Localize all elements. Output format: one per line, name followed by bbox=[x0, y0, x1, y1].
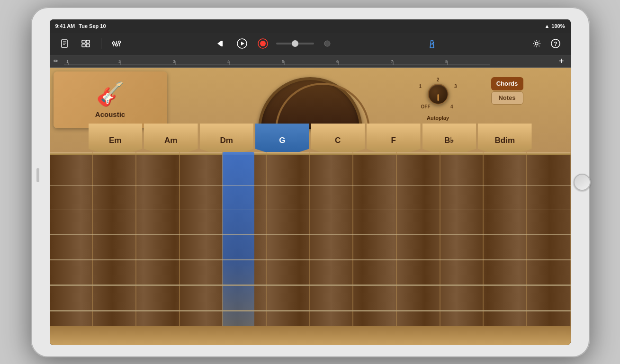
instrument-name: Acoustic bbox=[95, 110, 125, 118]
status-bar: 9:41 AM Tue Sep 10 ▲ 100% bbox=[50, 19, 571, 33]
string-3 bbox=[50, 234, 571, 235]
fretboard[interactable] bbox=[50, 152, 571, 345]
autoplay-area: OFF 1 2 3 4 Autoplay bbox=[419, 75, 457, 121]
svg-text:6: 6 bbox=[336, 59, 339, 64]
toolbar-right: ? bbox=[529, 36, 563, 51]
svg-point-19 bbox=[260, 41, 266, 46]
svg-marker-14 bbox=[217, 41, 221, 46]
chords-button[interactable]: Chords bbox=[491, 77, 523, 90]
svg-marker-17 bbox=[241, 42, 244, 45]
guitar-icon: 🎸 bbox=[96, 81, 125, 107]
svg-point-13 bbox=[118, 41, 120, 44]
volume-slider[interactable] bbox=[276, 43, 314, 44]
string-6 bbox=[50, 310, 571, 311]
volume-icon bbox=[320, 36, 335, 51]
settings-button[interactable] bbox=[529, 36, 544, 51]
svg-point-20 bbox=[324, 41, 330, 46]
add-track-button[interactable]: + bbox=[556, 56, 567, 66]
notes-button[interactable]: Notes bbox=[491, 91, 523, 105]
svg-rect-15 bbox=[221, 41, 223, 46]
separator-1 bbox=[101, 38, 101, 49]
svg-point-24 bbox=[535, 42, 538, 45]
wifi-icon: ▲ bbox=[544, 23, 549, 29]
svg-text:1: 1 bbox=[66, 59, 69, 64]
autoplay-3-label: 3 bbox=[454, 84, 457, 89]
status-time: 9:41 AM bbox=[55, 23, 75, 29]
svg-rect-5 bbox=[86, 40, 90, 43]
timeline-ruler: 1 2 3 4 5 6 7 8 bbox=[62, 56, 556, 66]
side-button[interactable] bbox=[36, 168, 39, 182]
status-icons: ▲ 100% bbox=[544, 23, 565, 29]
toolbar: ? bbox=[50, 33, 571, 55]
help-button[interactable]: ? bbox=[548, 36, 563, 51]
svg-text:?: ? bbox=[554, 41, 557, 47]
svg-rect-7 bbox=[86, 44, 90, 47]
svg-text:3: 3 bbox=[173, 59, 175, 64]
svg-text:2: 2 bbox=[118, 59, 121, 64]
play-button[interactable] bbox=[234, 36, 250, 51]
autoplay-1-label: 1 bbox=[419, 84, 422, 89]
pencil-icon: ✏ bbox=[54, 58, 58, 64]
autoplay-4-label: 4 bbox=[450, 104, 453, 109]
main-content: 🎸 Acoustic OFF 1 bbox=[50, 68, 571, 345]
chord-notes-toggle: Chords Notes bbox=[491, 77, 523, 105]
autoplay-knob-container: OFF 1 2 3 4 bbox=[419, 75, 457, 113]
skip-back-button[interactable] bbox=[214, 36, 229, 51]
record-button[interactable] bbox=[255, 36, 270, 51]
fretboard-bottom bbox=[50, 326, 571, 345]
new-song-button[interactable] bbox=[57, 36, 72, 51]
mixer-button[interactable] bbox=[109, 36, 124, 51]
string-1 bbox=[50, 185, 571, 186]
guitar-area: 🎸 Acoustic OFF 1 bbox=[50, 68, 571, 345]
metronome-button[interactable] bbox=[424, 36, 440, 51]
svg-text:8: 8 bbox=[445, 59, 448, 64]
svg-rect-4 bbox=[82, 40, 85, 43]
svg-point-12 bbox=[115, 44, 117, 46]
home-button[interactable] bbox=[574, 174, 591, 191]
transport-controls bbox=[214, 36, 335, 51]
svg-rect-0 bbox=[62, 40, 67, 47]
screen: 9:41 AM Tue Sep 10 ▲ 100% bbox=[50, 19, 571, 345]
svg-point-23 bbox=[431, 44, 432, 45]
volume-thumb bbox=[292, 40, 298, 47]
autoplay-off-label: OFF bbox=[421, 104, 431, 109]
svg-text:7: 7 bbox=[391, 59, 393, 64]
autoplay-2-label: 2 bbox=[437, 77, 440, 82]
autoplay-knob[interactable] bbox=[428, 84, 449, 105]
svg-rect-6 bbox=[82, 44, 85, 47]
string-4 bbox=[50, 259, 571, 260]
status-date: Tue Sep 10 bbox=[79, 23, 544, 29]
svg-text:4: 4 bbox=[227, 59, 230, 64]
battery-icon: 100% bbox=[551, 23, 565, 29]
strings bbox=[50, 152, 571, 345]
string-5 bbox=[50, 284, 571, 286]
string-2 bbox=[50, 210, 571, 210]
svg-text:5: 5 bbox=[282, 59, 284, 64]
timeline: ✏ 1 2 3 4 5 6 7 bbox=[50, 55, 571, 68]
tracks-button[interactable] bbox=[78, 36, 93, 51]
knob-indicator bbox=[437, 94, 439, 101]
ipad-frame: 9:41 AM Tue Sep 10 ▲ 100% bbox=[31, 7, 590, 357]
svg-point-11 bbox=[112, 42, 115, 44]
